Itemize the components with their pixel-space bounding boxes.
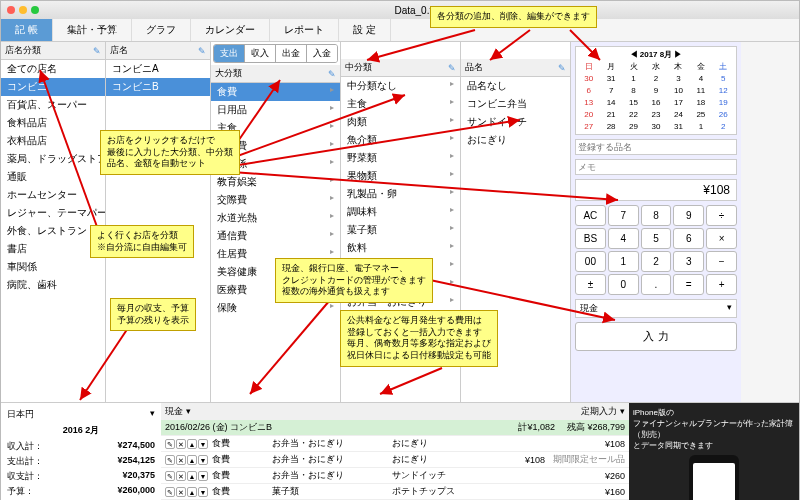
list-item[interactable]: 調味料	[341, 203, 460, 221]
key-9[interactable]: 9	[673, 205, 704, 226]
key-7[interactable]: 7	[608, 205, 639, 226]
callout: 公共料金など毎月発生する費用は 登録しておくと一括入力できます 毎月、偶奇数月等…	[340, 310, 498, 367]
list-item[interactable]: 薬局、ドラッグストア	[1, 150, 105, 168]
key-÷[interactable]: ÷	[706, 205, 737, 226]
key-3[interactable]: 3	[673, 251, 704, 272]
list-item[interactable]: 衣料品店	[1, 132, 105, 150]
ledger-tab-recurring[interactable]: 定期入力	[581, 406, 617, 416]
key-0[interactable]: 0	[608, 274, 639, 295]
tab-5[interactable]: 設 定	[339, 19, 391, 41]
list-item[interactable]: 百貨店、スーパー	[1, 96, 105, 114]
large-cat-header: 大分類	[215, 67, 242, 80]
list-item[interactable]: 果物類	[341, 167, 460, 185]
list-item[interactable]: ホームセンター	[1, 186, 105, 204]
list-item[interactable]: 魚介類	[341, 131, 460, 149]
cal-prev[interactable]: ◀	[630, 50, 638, 59]
tab-0[interactable]: 記 帳	[1, 19, 53, 41]
pencil-icon[interactable]: ✎	[93, 46, 101, 56]
list-item[interactable]: おにぎり	[461, 131, 570, 149]
ledger-tab-cash[interactable]: 現金	[165, 406, 183, 416]
mid-cat-header: 中分類	[345, 61, 372, 74]
close-icon[interactable]	[7, 6, 15, 14]
titlebar: Data_0.fpkt	[1, 1, 799, 19]
key-.[interactable]: .	[641, 274, 672, 295]
key-±[interactable]: ±	[575, 274, 606, 295]
calendar[interactable]: ◀ 2017 8月 ▶ 日月火水木金土 30311234567891011121…	[575, 46, 737, 135]
list-item[interactable]: 全ての店名	[1, 60, 105, 78]
list-item[interactable]: サンドイッチ	[461, 113, 570, 131]
key-×[interactable]: ×	[706, 228, 737, 249]
list-item[interactable]: 中分類なし	[341, 77, 460, 95]
chevron-down-icon: ▾	[727, 302, 732, 315]
minimize-icon[interactable]	[19, 6, 27, 14]
list-item[interactable]: レジャー、テーマパーク	[1, 204, 105, 222]
store-category-header: 店名分類	[5, 44, 41, 57]
key-−[interactable]: −	[706, 251, 737, 272]
key-=[interactable]: =	[673, 274, 704, 295]
list-item[interactable]: 通販	[1, 168, 105, 186]
tab-1[interactable]: 集計・予算	[53, 19, 132, 41]
product-name-input[interactable]	[575, 139, 737, 155]
summary-month: 2016 2月	[5, 422, 157, 439]
list-item[interactable]: 日用品	[211, 101, 340, 119]
callout: 毎月の収支、予算 予算の残りを表示	[110, 298, 196, 331]
list-item[interactable]: コンビニA	[106, 60, 210, 78]
key-5[interactable]: 5	[641, 228, 672, 249]
key-2[interactable]: 2	[641, 251, 672, 272]
list-item[interactable]: コンビニ弁当	[461, 95, 570, 113]
list-item[interactable]: 飲料	[341, 239, 460, 257]
zoom-icon[interactable]	[31, 6, 39, 14]
key-BS[interactable]: BS	[575, 228, 606, 249]
list-item[interactable]: 教育娯楽	[211, 173, 340, 191]
product-header: 品名	[465, 61, 483, 74]
key-+[interactable]: +	[706, 274, 737, 295]
seg-2[interactable]: 出金	[276, 45, 307, 62]
list-item[interactable]: 野菜類	[341, 149, 460, 167]
list-item[interactable]: 品名なし	[461, 77, 570, 95]
seg-0[interactable]: 支出	[214, 45, 245, 62]
list-item[interactable]: コンビニB	[106, 78, 210, 96]
list-item[interactable]: 食料品店	[1, 114, 105, 132]
ledger-row[interactable]: ✎✕▲▼食費菓子類ポテトチップス¥160	[161, 484, 629, 500]
ledger-row[interactable]: 2016/02/26 (金) コンビニB計¥1,082残高 ¥268,799	[161, 420, 629, 436]
list-item[interactable]: 菓子類	[341, 221, 460, 239]
key-AC[interactable]: AC	[575, 205, 606, 226]
pencil-icon[interactable]: ✎	[558, 63, 566, 73]
list-item[interactable]: コンビニ	[1, 78, 105, 96]
callout: 現金、銀行口座、電子マネー、 クレジットカードの管理ができます 複数の海外通貨も…	[275, 258, 433, 303]
pencil-icon[interactable]: ✎	[328, 69, 336, 79]
list-item[interactable]: 車関係	[1, 258, 105, 276]
key-8[interactable]: 8	[641, 205, 672, 226]
seg-1[interactable]: 収入	[245, 45, 276, 62]
key-00[interactable]: 00	[575, 251, 606, 272]
tab-2[interactable]: グラフ	[132, 19, 191, 41]
enter-button[interactable]: 入 力	[575, 322, 737, 351]
list-item[interactable]: 通信費	[211, 227, 340, 245]
list-item[interactable]: 水道光熱	[211, 209, 340, 227]
key-4[interactable]: 4	[608, 228, 639, 249]
phone-icon	[689, 455, 739, 500]
memo-input[interactable]	[575, 159, 737, 175]
seg-3[interactable]: 入金	[307, 45, 337, 62]
amount-display: ¥108	[575, 179, 737, 201]
tab-3[interactable]: カレンダー	[191, 19, 270, 41]
ledger-row[interactable]: ✎✕▲▼食費お弁当・おにぎりサンドイッチ¥260	[161, 468, 629, 484]
list-item[interactable]: 病院、歯科	[1, 276, 105, 294]
account-select[interactable]: 現金▾	[575, 299, 737, 318]
pencil-icon[interactable]: ✎	[198, 46, 206, 56]
ledger-row[interactable]: ✎✕▲▼食費お弁当・おにぎりおにぎり¥108	[161, 436, 629, 452]
pencil-icon[interactable]: ✎	[448, 63, 456, 73]
list-item[interactable]: 交際費	[211, 191, 340, 209]
list-item[interactable]: 主食	[341, 95, 460, 113]
list-item[interactable]: 食費	[211, 83, 340, 101]
key-6[interactable]: 6	[673, 228, 704, 249]
ledger-row[interactable]: ✎✕▲▼食費お弁当・おにぎりおにぎり¥108期間限定セール品	[161, 452, 629, 468]
list-item[interactable]: 肉類	[341, 113, 460, 131]
tab-4[interactable]: レポート	[270, 19, 339, 41]
key-1[interactable]: 1	[608, 251, 639, 272]
store-header: 店名	[110, 44, 128, 57]
chevron-down-icon[interactable]: ▾	[150, 408, 155, 421]
cal-next[interactable]: ▶	[674, 50, 682, 59]
callout: お店をクリックするだけで 最後に入力した大分類、中分類 品名、金額を自動セット	[100, 130, 240, 175]
list-item[interactable]: 乳製品・卵	[341, 185, 460, 203]
